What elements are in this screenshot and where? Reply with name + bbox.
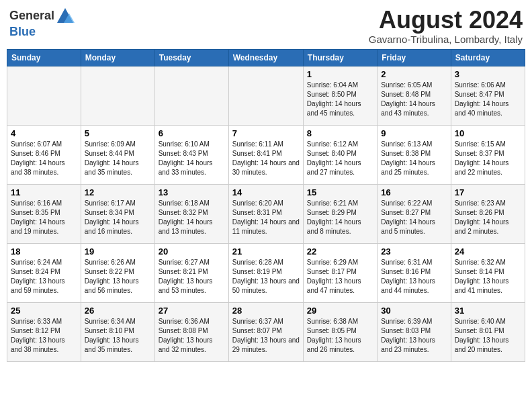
- day-info: Sunrise: 6:15 AM Sunset: 8:37 PM Dayligh…: [455, 140, 521, 177]
- day-info: Sunrise: 6:31 AM Sunset: 8:16 PM Dayligh…: [381, 258, 447, 295]
- day-number: 20: [159, 246, 225, 257]
- day-info: Sunrise: 6:24 AM Sunset: 8:24 PM Dayligh…: [11, 258, 77, 295]
- day-number: 14: [232, 187, 300, 197]
- day-info: Sunrise: 6:39 AM Sunset: 8:03 PM Dayligh…: [381, 317, 447, 355]
- calendar-table: SundayMondayTuesdayWednesdayThursdayFrid…: [7, 49, 525, 362]
- day-number: 2: [381, 69, 447, 79]
- weekday-header-tuesday: Tuesday: [154, 49, 228, 66]
- day-number: 6: [159, 128, 225, 138]
- calendar-cell: 15Sunrise: 6:21 AM Sunset: 8:29 PM Dayli…: [303, 184, 377, 243]
- weekday-header-saturday: Saturday: [451, 49, 525, 66]
- logo-blue: Blue: [9, 25, 36, 38]
- day-info: Sunrise: 6:11 AM Sunset: 8:41 PM Dayligh…: [232, 140, 300, 177]
- day-info: Sunrise: 6:22 AM Sunset: 8:27 PM Dayligh…: [381, 199, 447, 236]
- weekday-header-row: SundayMondayTuesdayWednesdayThursdayFrid…: [7, 49, 525, 66]
- calendar-cell: 13Sunrise: 6:18 AM Sunset: 8:32 PM Dayli…: [154, 184, 228, 243]
- day-info: Sunrise: 6:33 AM Sunset: 8:12 PM Dayligh…: [11, 317, 77, 355]
- day-number: 12: [85, 187, 151, 197]
- week-row-5: 25Sunrise: 6:33 AM Sunset: 8:12 PM Dayli…: [7, 302, 525, 361]
- calendar-cell: 6Sunrise: 6:10 AM Sunset: 8:43 PM Daylig…: [154, 125, 228, 184]
- calendar-cell: 3Sunrise: 6:06 AM Sunset: 8:47 PM Daylig…: [451, 66, 525, 125]
- day-number: 31: [455, 306, 521, 316]
- day-info: Sunrise: 6:36 AM Sunset: 8:08 PM Dayligh…: [159, 317, 225, 355]
- day-info: Sunrise: 6:23 AM Sunset: 8:26 PM Dayligh…: [455, 199, 521, 236]
- weekday-header-thursday: Thursday: [303, 49, 377, 66]
- calendar-cell: 27Sunrise: 6:36 AM Sunset: 8:08 PM Dayli…: [154, 302, 228, 361]
- day-info: Sunrise: 6:29 AM Sunset: 8:17 PM Dayligh…: [307, 258, 373, 295]
- page-header: General Blue August 2024 Gavarno-Tribuli…: [7, 7, 525, 45]
- day-info: Sunrise: 6:37 AM Sunset: 8:07 PM Dayligh…: [232, 317, 300, 355]
- day-info: Sunrise: 6:16 AM Sunset: 8:35 PM Dayligh…: [11, 199, 77, 236]
- day-number: 26: [85, 306, 151, 316]
- calendar-cell: 29Sunrise: 6:38 AM Sunset: 8:05 PM Dayli…: [303, 302, 377, 361]
- calendar-cell: 24Sunrise: 6:32 AM Sunset: 8:14 PM Dayli…: [451, 243, 525, 302]
- logo-general: General: [9, 9, 54, 23]
- day-info: Sunrise: 6:40 AM Sunset: 8:01 PM Dayligh…: [455, 317, 521, 355]
- day-info: Sunrise: 6:06 AM Sunset: 8:47 PM Dayligh…: [455, 81, 521, 118]
- day-number: 29: [307, 306, 373, 316]
- calendar-cell: 2Sunrise: 6:05 AM Sunset: 8:48 PM Daylig…: [378, 66, 451, 125]
- week-row-3: 11Sunrise: 6:16 AM Sunset: 8:35 PM Dayli…: [7, 184, 525, 243]
- month-title: August 2024: [369, 7, 523, 34]
- calendar-cell: [154, 66, 228, 125]
- calendar-cell: 31Sunrise: 6:40 AM Sunset: 8:01 PM Dayli…: [451, 302, 525, 361]
- calendar-cell: 8Sunrise: 6:12 AM Sunset: 8:40 PM Daylig…: [303, 125, 377, 184]
- calendar-cell: 20Sunrise: 6:27 AM Sunset: 8:21 PM Dayli…: [154, 243, 228, 302]
- day-number: 7: [232, 128, 300, 138]
- day-number: 30: [381, 306, 447, 316]
- day-info: Sunrise: 6:34 AM Sunset: 8:10 PM Dayligh…: [85, 317, 151, 355]
- day-info: Sunrise: 6:17 AM Sunset: 8:34 PM Dayligh…: [85, 199, 151, 236]
- calendar-cell: 22Sunrise: 6:29 AM Sunset: 8:17 PM Dayli…: [303, 243, 377, 302]
- day-info: Sunrise: 6:10 AM Sunset: 8:43 PM Dayligh…: [159, 140, 225, 177]
- calendar-cell: 5Sunrise: 6:09 AM Sunset: 8:44 PM Daylig…: [81, 125, 154, 184]
- calendar-cell: 12Sunrise: 6:17 AM Sunset: 8:34 PM Dayli…: [81, 184, 154, 243]
- calendar-cell: 23Sunrise: 6:31 AM Sunset: 8:16 PM Dayli…: [378, 243, 451, 302]
- calendar-cell: 21Sunrise: 6:28 AM Sunset: 8:19 PM Dayli…: [228, 243, 303, 302]
- day-number: 24: [455, 246, 521, 257]
- day-info: Sunrise: 6:07 AM Sunset: 8:46 PM Dayligh…: [11, 140, 77, 177]
- day-number: 15: [307, 187, 373, 197]
- day-number: 9: [381, 128, 447, 138]
- day-info: Sunrise: 6:05 AM Sunset: 8:48 PM Dayligh…: [381, 81, 447, 118]
- day-number: 17: [455, 187, 521, 197]
- calendar-cell: [7, 66, 81, 125]
- day-number: 19: [85, 246, 151, 257]
- day-number: 8: [307, 128, 373, 138]
- day-info: Sunrise: 6:21 AM Sunset: 8:29 PM Dayligh…: [307, 199, 373, 236]
- logo-icon: [56, 7, 75, 26]
- day-info: Sunrise: 6:12 AM Sunset: 8:40 PM Dayligh…: [307, 140, 373, 177]
- calendar-cell: 11Sunrise: 6:16 AM Sunset: 8:35 PM Dayli…: [7, 184, 81, 243]
- week-row-1: 1Sunrise: 6:04 AM Sunset: 8:50 PM Daylig…: [7, 66, 525, 125]
- day-number: 1: [307, 69, 373, 79]
- day-info: Sunrise: 6:09 AM Sunset: 8:44 PM Dayligh…: [85, 140, 151, 177]
- day-info: Sunrise: 6:18 AM Sunset: 8:32 PM Dayligh…: [159, 199, 225, 236]
- weekday-header-friday: Friday: [378, 49, 451, 66]
- day-number: 5: [85, 128, 151, 138]
- calendar-cell: 4Sunrise: 6:07 AM Sunset: 8:46 PM Daylig…: [7, 125, 81, 184]
- day-number: 11: [11, 187, 77, 197]
- calendar-cell: 1Sunrise: 6:04 AM Sunset: 8:50 PM Daylig…: [303, 66, 377, 125]
- calendar-cell: 9Sunrise: 6:13 AM Sunset: 8:38 PM Daylig…: [378, 125, 451, 184]
- calendar-cell: 19Sunrise: 6:26 AM Sunset: 8:22 PM Dayli…: [81, 243, 154, 302]
- calendar-cell: 25Sunrise: 6:33 AM Sunset: 8:12 PM Dayli…: [7, 302, 81, 361]
- day-number: 22: [307, 246, 373, 257]
- calendar-cell: 14Sunrise: 6:20 AM Sunset: 8:31 PM Dayli…: [228, 184, 303, 243]
- calendar-cell: 7Sunrise: 6:11 AM Sunset: 8:41 PM Daylig…: [228, 125, 303, 184]
- title-block: August 2024 Gavarno-Tribulina, Lombardy,…: [369, 7, 523, 45]
- weekday-header-wednesday: Wednesday: [228, 49, 303, 66]
- calendar-cell: 28Sunrise: 6:37 AM Sunset: 8:07 PM Dayli…: [228, 302, 303, 361]
- day-info: Sunrise: 6:28 AM Sunset: 8:19 PM Dayligh…: [232, 258, 300, 295]
- day-number: 21: [232, 246, 300, 257]
- calendar-cell: 16Sunrise: 6:22 AM Sunset: 8:27 PM Dayli…: [378, 184, 451, 243]
- calendar-cell: [81, 66, 154, 125]
- day-info: Sunrise: 6:32 AM Sunset: 8:14 PM Dayligh…: [455, 258, 521, 295]
- day-info: Sunrise: 6:20 AM Sunset: 8:31 PM Dayligh…: [232, 199, 300, 236]
- weekday-header-sunday: Sunday: [7, 49, 81, 66]
- day-number: 10: [455, 128, 521, 138]
- day-number: 13: [159, 187, 225, 197]
- day-number: 23: [381, 246, 447, 257]
- day-number: 25: [11, 306, 77, 316]
- calendar-cell: 26Sunrise: 6:34 AM Sunset: 8:10 PM Dayli…: [81, 302, 154, 361]
- calendar-cell: [228, 66, 303, 125]
- day-info: Sunrise: 6:13 AM Sunset: 8:38 PM Dayligh…: [381, 140, 447, 177]
